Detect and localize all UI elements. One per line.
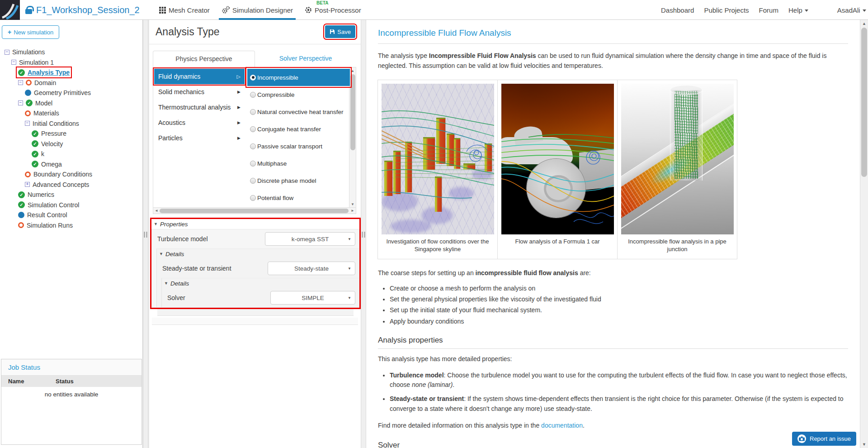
details-header[interactable]: ▼ Details — [162, 278, 359, 288]
simscale-logo[interactable] — [0, 0, 20, 20]
solver-select[interactable]: SIMPLE ▼ — [270, 291, 355, 305]
nav-help-menu[interactable]: Help — [788, 6, 808, 14]
scroll-up-icon[interactable]: ▲ — [349, 67, 356, 74]
scrollbar-thumb[interactable] — [160, 209, 349, 213]
radio-icon[interactable] — [250, 75, 256, 81]
details-header[interactable]: ▼ Details — [157, 249, 359, 259]
tree-item-initial-conditions[interactable]: −Initial Conditions — [0, 119, 142, 129]
scroll-right-icon[interactable]: ► — [349, 208, 356, 214]
horizontal-scrollbar[interactable]: ◄ ► — [153, 207, 356, 214]
tree-item-simulation-runs[interactable]: Simulation Runs — [0, 220, 142, 231]
analysis-option-potential-flow[interactable]: Potential flow — [247, 189, 350, 206]
page-scrollbar[interactable]: ▲ ▼ — [860, 20, 868, 448]
collapse-icon[interactable]: − — [5, 50, 9, 55]
tree-item-label: Domain — [34, 79, 56, 86]
tree-item-pressure[interactable]: ✓Pressure — [0, 129, 142, 139]
tab-physics-perspective[interactable]: Physics Perspective — [153, 51, 255, 67]
figure-caption: Investigation of flow conditions over th… — [382, 234, 494, 259]
radio-icon[interactable] — [250, 195, 256, 201]
panel-resize-handle[interactable] — [361, 20, 366, 448]
physics-item-solid-mechanics[interactable]: Solid mechanics▶ — [154, 84, 245, 100]
tree-item-result-control[interactable]: Result Control — [0, 210, 142, 220]
sidebar-resize-handle[interactable] — [143, 20, 148, 448]
radio-icon[interactable] — [250, 143, 256, 149]
analysis-option-multiphase[interactable]: Multiphase — [247, 155, 350, 172]
tree-item-domain[interactable]: −Domain — [0, 78, 142, 88]
tab-post-processor[interactable]: BETA Post-Processor — [303, 0, 363, 20]
simulation-tree-sidebar: + New simulation −Simulations−Simulation… — [0, 20, 143, 448]
project-title[interactable]: F1_Workshop_Session_2 — [36, 5, 140, 15]
steady-state-select[interactable]: Steady-state ▼ — [268, 262, 355, 275]
scrollbar-thumb[interactable] — [350, 74, 355, 150]
radio-icon[interactable] — [250, 161, 256, 167]
tab-simulation-designer[interactable]: Simulation Designer — [220, 0, 295, 20]
scroll-down-icon[interactable]: ▼ — [860, 441, 868, 448]
tree-item-simulation-control[interactable]: ✓Simulation Control — [0, 200, 142, 210]
tree-item-k[interactable]: ✓k — [0, 149, 142, 159]
coarse-steps-intro: The coarse steps for setting up an incom… — [378, 268, 848, 278]
properties-header[interactable]: ▼ Properties — [151, 219, 359, 229]
tree-item-omega[interactable]: ✓Omega — [0, 159, 142, 170]
navbar-links: Dashboard Public Projects Forum Help Asa… — [661, 0, 866, 20]
scroll-up-icon[interactable]: ▲ — [860, 20, 868, 27]
properties-section: ▼ Properties Turbulence model k-omega SS… — [151, 219, 359, 308]
collapse-icon[interactable]: − — [25, 121, 30, 126]
physics-item-fluid-dynamics[interactable]: Fluid dynamics▷ — [154, 69, 245, 84]
tab-mesh-creator[interactable]: Mesh Creator — [157, 0, 212, 20]
expand-icon[interactable]: + — [25, 182, 30, 187]
collapse-icon[interactable]: − — [11, 60, 16, 65]
radio-icon[interactable] — [250, 92, 256, 98]
radio-icon[interactable] — [250, 178, 256, 184]
tree-item-velocity[interactable]: ✓Velocity — [0, 139, 142, 149]
analysis-option-discrete-phase-model[interactable]: Discrete phase model — [247, 172, 350, 189]
radio-icon[interactable] — [250, 126, 256, 132]
nav-forum[interactable]: Forum — [759, 6, 778, 14]
tree-item-advanced-concepts[interactable]: +Advanced Concepts — [0, 180, 142, 190]
scroll-left-icon[interactable]: ◄ — [153, 208, 160, 214]
user-menu[interactable]: AsadAli — [837, 6, 866, 14]
physics-item-thermostructural-analysis[interactable]: Thermostructural analysis▶ — [154, 100, 245, 115]
plus-icon: + — [8, 29, 11, 36]
documentation-link[interactable]: documentation — [541, 422, 583, 429]
scroll-down-icon[interactable]: ▼ — [349, 201, 356, 207]
analysis-option-passive-scalar-transport[interactable]: Passive scalar transport — [247, 138, 350, 155]
tree-item-analysis-type[interactable]: ✓Analysis Type — [0, 67, 142, 78]
save-button[interactable]: Save — [325, 25, 355, 38]
status-complete-icon: ✓ — [26, 100, 33, 106]
figure-caption: Flow analysis of a Formula 1 car — [501, 234, 613, 251]
analysis-option-incompressible[interactable]: Incompressible — [247, 69, 350, 86]
tree-item-boundary-conditions[interactable]: Boundary Conditions — [0, 169, 142, 180]
tree-item-geometry-primitives[interactable]: Geometry Primitives — [0, 88, 142, 98]
status-complete-icon: ✓ — [18, 191, 25, 198]
submenu-arrow-icon: ▶ — [237, 105, 241, 110]
physics-item-label: Acoustics — [158, 119, 237, 126]
collapse-icon[interactable]: − — [18, 100, 23, 105]
nav-public-projects[interactable]: Public Projects — [704, 6, 749, 14]
new-simulation-button[interactable]: + New simulation — [2, 25, 59, 39]
collapse-icon[interactable]: − — [18, 80, 23, 85]
vertical-scrollbar[interactable]: ▲ ▼ — [349, 67, 356, 207]
tab-solver-perspective[interactable]: Solver Perspective — [255, 51, 356, 67]
physics-item-acoustics[interactable]: Acoustics▶ — [154, 115, 245, 130]
tree-item-numerics[interactable]: ✓Numerics — [0, 190, 142, 200]
documentation-pane: Incompressible Fluid Flow Analysis The a… — [366, 20, 860, 448]
physics-item-particles[interactable]: Particles▶ — [154, 130, 245, 146]
report-issue-button[interactable]: Report an issue — [792, 432, 856, 446]
analysis-option-compressible[interactable]: Compressible — [247, 86, 350, 103]
gears-icon — [222, 6, 230, 14]
turbulence-model-select[interactable]: k-omega SST ▼ — [265, 232, 355, 246]
analysis-option-natural-convective-heat-transfer[interactable]: Natural convective heat transfer — [247, 103, 350, 120]
nav-dashboard[interactable]: Dashboard — [661, 6, 694, 14]
tree-item-simulation-1[interactable]: −Simulation 1 — [0, 57, 142, 68]
f1-car-cfd-image — [501, 84, 614, 234]
physics-item-label: Particles — [158, 134, 237, 142]
tree-item-materials[interactable]: Materials — [0, 108, 142, 119]
radio-icon[interactable] — [250, 109, 256, 115]
turbulence-model-row: Turbulence model k-omega SST ▼ — [152, 229, 359, 248]
tree-item-simulations[interactable]: −Simulations — [0, 47, 142, 57]
collapse-triangle-icon: ▼ — [159, 252, 163, 256]
tree-item-label: Model — [35, 100, 52, 107]
analysis-option-conjugate-heat-transfer[interactable]: Conjugate heat transfer — [247, 120, 350, 138]
scrollbar-thumb[interactable] — [861, 28, 867, 177]
tree-item-model[interactable]: −✓Model — [0, 98, 142, 109]
